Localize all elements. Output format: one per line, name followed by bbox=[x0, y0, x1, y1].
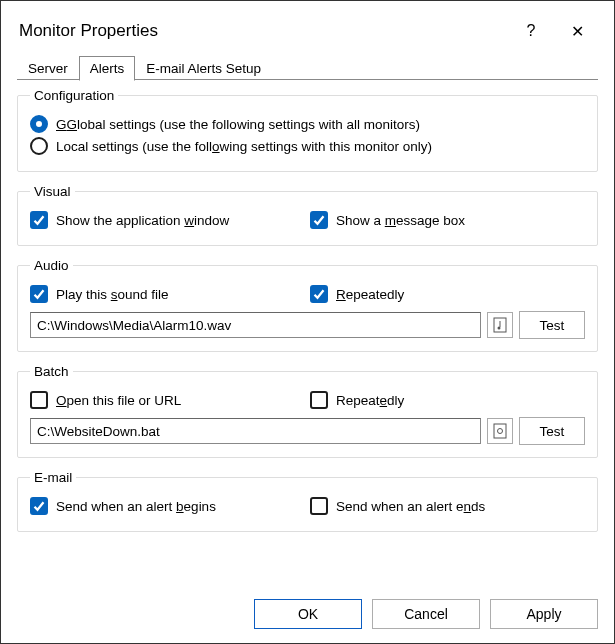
group-email: E-mail Send when an alert begins Send wh… bbox=[17, 470, 598, 532]
checkbox-show-message-box[interactable] bbox=[310, 211, 328, 229]
check-icon bbox=[313, 288, 325, 300]
checkbox-show-app-window[interactable] bbox=[30, 211, 48, 229]
checkbox-batch-repeatedly[interactable] bbox=[310, 391, 328, 409]
label-send-end: Send when an alert ends bbox=[336, 499, 485, 514]
radio-global-settings[interactable] bbox=[30, 115, 48, 133]
label-show-message-box: Show a message box bbox=[336, 213, 465, 228]
label-audio-repeatedly: Repeatedly bbox=[336, 287, 404, 302]
check-icon bbox=[33, 214, 45, 226]
group-configuration: Configuration GGlobal settings (use the … bbox=[17, 88, 598, 172]
label-open-file-url: Open this file or URL bbox=[56, 393, 181, 408]
input-batch-path[interactable] bbox=[30, 418, 481, 444]
label-local-settings: Local settings (use the following settin… bbox=[56, 139, 432, 154]
test-sound-button[interactable]: Test bbox=[519, 311, 585, 339]
label-show-app-window: Show the application window bbox=[56, 213, 229, 228]
tab-server[interactable]: Server bbox=[17, 56, 79, 81]
close-button[interactable]: ✕ bbox=[554, 15, 600, 47]
cancel-button[interactable]: Cancel bbox=[372, 599, 480, 629]
ok-button[interactable]: OK bbox=[254, 599, 362, 629]
svg-point-1 bbox=[498, 327, 501, 330]
window-title: Monitor Properties bbox=[19, 21, 158, 41]
tab-alerts[interactable]: Alerts bbox=[79, 56, 136, 81]
label-play-sound-file: Play this sound file bbox=[56, 287, 169, 302]
legend-batch: Batch bbox=[30, 364, 73, 379]
checkbox-play-sound-file[interactable] bbox=[30, 285, 48, 303]
apply-button[interactable]: Apply bbox=[490, 599, 598, 629]
music-file-icon bbox=[493, 317, 507, 333]
test-batch-button[interactable]: Test bbox=[519, 417, 585, 445]
tab-strip: Server Alerts E-mail Alerts Setup bbox=[1, 49, 614, 80]
label-send-begin: Send when an alert begins bbox=[56, 499, 216, 514]
group-batch: Batch Open this file or URL Repeatedly bbox=[17, 364, 598, 458]
legend-email: E-mail bbox=[30, 470, 76, 485]
check-icon bbox=[33, 288, 45, 300]
group-audio: Audio Play this sound file Repeatedly bbox=[17, 258, 598, 352]
checkbox-open-file-url[interactable] bbox=[30, 391, 48, 409]
input-sound-path[interactable] bbox=[30, 312, 481, 338]
label-batch-repeatedly: Repeatedly bbox=[336, 393, 404, 408]
group-visual: Visual Show the application window Show … bbox=[17, 184, 598, 246]
window: Monitor Properties ? ✕ Server Alerts E-m… bbox=[1, 1, 614, 643]
title-bar: Monitor Properties ? ✕ bbox=[1, 1, 614, 49]
radio-local-settings[interactable] bbox=[30, 137, 48, 155]
label-global-settings: GGlobal settings (use the following sett… bbox=[56, 117, 420, 132]
tab-content: Configuration GGlobal settings (use the … bbox=[1, 80, 614, 589]
title-bar-buttons: ? ✕ bbox=[508, 15, 600, 47]
svg-rect-2 bbox=[494, 424, 506, 438]
legend-visual: Visual bbox=[30, 184, 75, 199]
gear-file-icon bbox=[493, 423, 507, 439]
legend-audio: Audio bbox=[30, 258, 73, 273]
browse-batch-button[interactable] bbox=[487, 418, 513, 444]
check-icon bbox=[313, 214, 325, 226]
check-icon bbox=[33, 500, 45, 512]
tab-email-setup[interactable]: E-mail Alerts Setup bbox=[135, 56, 272, 81]
checkbox-audio-repeatedly[interactable] bbox=[310, 285, 328, 303]
checkbox-send-begin[interactable] bbox=[30, 497, 48, 515]
dialog-footer: OK Cancel Apply bbox=[1, 589, 614, 643]
checkbox-send-end[interactable] bbox=[310, 497, 328, 515]
browse-sound-button[interactable] bbox=[487, 312, 513, 338]
legend-configuration: Configuration bbox=[30, 88, 118, 103]
help-button[interactable]: ? bbox=[508, 15, 554, 47]
